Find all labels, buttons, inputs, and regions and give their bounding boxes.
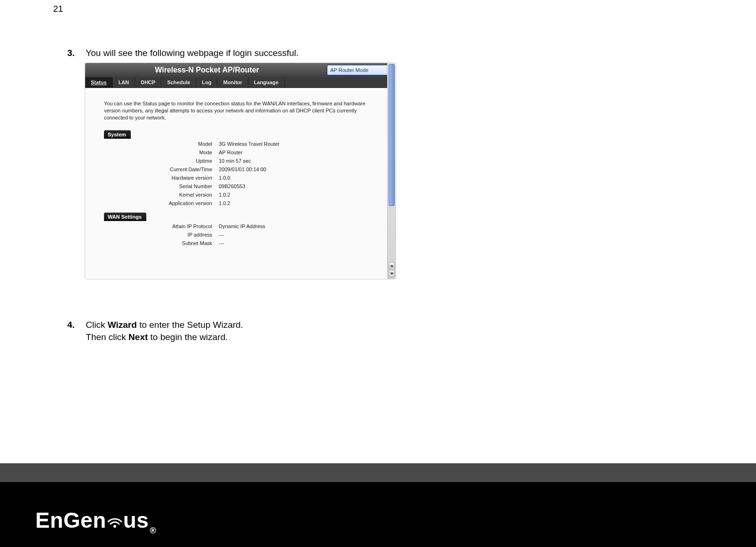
kv-key: Uptime bbox=[104, 157, 219, 165]
kv-value: 2009/01/01 00:14:00 bbox=[219, 165, 367, 174]
tab-language[interactable]: Language bbox=[248, 77, 285, 87]
table-row: Application version1.0.2 bbox=[104, 199, 367, 207]
kv-key: Current Date/Time bbox=[104, 165, 219, 174]
kv-key: Kernel version bbox=[104, 190, 219, 199]
screenshot-titlebar: Wireless-N Pocket AP/Router AP Router Mo… bbox=[85, 63, 396, 77]
section-header: WAN Settings bbox=[104, 213, 146, 221]
step-4-line2-post: to begin the wizard. bbox=[148, 332, 228, 342]
table-row: IP address--- bbox=[104, 230, 367, 239]
step-4-next-bold: Next bbox=[128, 332, 148, 342]
table-row: Kernel version1.0.2 bbox=[104, 190, 367, 199]
kv-value: AP Router bbox=[219, 148, 367, 157]
mode-select[interactable]: AP Router Mode bbox=[327, 65, 394, 75]
mode-select-value: AP Router Mode bbox=[330, 67, 368, 73]
step-4-line1-post: to enter the Setup Wizard. bbox=[137, 320, 243, 330]
step-4-line2-pre: Then click bbox=[86, 332, 128, 342]
step-4-wizard-bold: Wizard bbox=[108, 320, 137, 330]
registered-mark: ® bbox=[150, 526, 156, 536]
table-row: Attain IP ProtocolDynamic IP Address bbox=[104, 222, 367, 230]
scroll-down-button[interactable] bbox=[389, 270, 395, 277]
engenius-logo: EnGen us ® bbox=[35, 507, 155, 533]
table-row: Model3G Wireless Travel Router bbox=[104, 140, 367, 148]
table-row: Current Date/Time2009/01/01 00:14:00 bbox=[104, 165, 367, 174]
step-4-number: 4. bbox=[67, 319, 83, 331]
tab-status[interactable]: Status bbox=[85, 77, 113, 87]
wifi-icon bbox=[105, 509, 124, 531]
step-4-line1-pre: Click bbox=[86, 320, 107, 330]
tab-schedule[interactable]: Schedule bbox=[161, 77, 196, 87]
svg-point-0 bbox=[113, 525, 116, 528]
kv-key: Mode bbox=[104, 148, 219, 157]
kv-value: 1.0.2 bbox=[219, 190, 367, 199]
kv-value: 3G Wireless Travel Router bbox=[219, 140, 367, 148]
kv-key: Serial Number bbox=[104, 182, 219, 190]
step-3-number: 3. bbox=[67, 47, 83, 59]
scroll-up-button[interactable] bbox=[389, 262, 395, 270]
status-intro-text: You can use the Status page to monitor t… bbox=[104, 100, 377, 121]
table-row: Serial Number09B260553 bbox=[104, 182, 367, 190]
logo-text-post: us bbox=[123, 507, 149, 533]
kv-value: 10 min 57 sec bbox=[219, 157, 367, 165]
tab-bar: StatusLANDHCPScheduleLogMonitorLanguage bbox=[85, 77, 396, 88]
tab-dhcp[interactable]: DHCP bbox=[135, 77, 161, 87]
section-header: System bbox=[104, 130, 131, 139]
step-4: 4. Click Wizard to enter the Setup Wizar… bbox=[67, 319, 243, 343]
kv-table: Model3G Wireless Travel RouterModeAP Rou… bbox=[104, 140, 367, 207]
tab-lan[interactable]: LAN bbox=[113, 77, 135, 87]
table-row: Hardware version1.0.0 bbox=[104, 174, 367, 182]
kv-table: Attain IP ProtocolDynamic IP AddressIP a… bbox=[104, 222, 367, 247]
kv-value: 1.0.2 bbox=[219, 199, 367, 207]
scrollbar-thumb[interactable] bbox=[389, 64, 395, 206]
scrollbar[interactable] bbox=[387, 63, 396, 279]
router-screenshot: Wireless-N Pocket AP/Router AP Router Mo… bbox=[85, 63, 396, 279]
kv-key: Hardware version bbox=[104, 174, 219, 182]
kv-value: 1.0.0 bbox=[219, 174, 367, 182]
screenshot-title: Wireless-N Pocket AP/Router bbox=[87, 66, 327, 74]
page-number: 21 bbox=[53, 4, 63, 14]
kv-key: Attain IP Protocol bbox=[104, 222, 219, 230]
table-row: Subnet Mask--- bbox=[104, 239, 367, 247]
table-row: Uptime10 min 57 sec bbox=[104, 157, 367, 165]
kv-key: Subnet Mask bbox=[104, 239, 219, 247]
kv-value: --- bbox=[219, 239, 367, 247]
tab-monitor[interactable]: Monitor bbox=[217, 77, 248, 87]
kv-value: Dynamic IP Address bbox=[219, 222, 367, 230]
kv-value: 09B260553 bbox=[219, 182, 367, 190]
kv-key: Model bbox=[104, 140, 219, 148]
kv-key: IP address bbox=[104, 230, 219, 239]
tab-log[interactable]: Log bbox=[196, 77, 217, 87]
kv-key: Application version bbox=[104, 199, 219, 207]
screenshot-body: You can use the Status page to monitor t… bbox=[85, 88, 396, 279]
step-3-text: You will see the following webpage if lo… bbox=[86, 47, 298, 59]
step-3: 3. You will see the following webpage if… bbox=[67, 47, 299, 59]
footer: EnGen us ® bbox=[0, 463, 756, 547]
logo-text-pre: EnGen bbox=[35, 507, 106, 533]
kv-value: --- bbox=[219, 230, 367, 239]
table-row: ModeAP Router bbox=[104, 148, 367, 157]
